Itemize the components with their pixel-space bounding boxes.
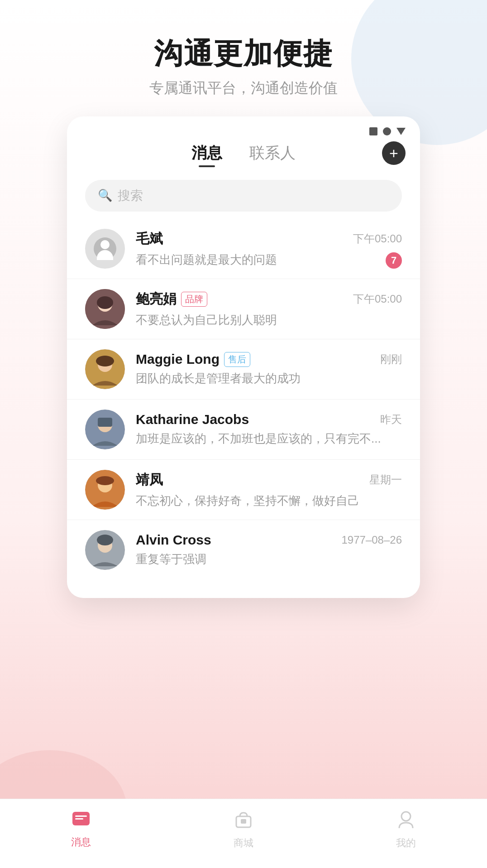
message-preview: 不要总认为自己比别人聪明 [136, 312, 402, 328]
avatar [85, 289, 125, 329]
message-list: 毛斌 下午05:00 看不出问题就是最大的问题 7 [67, 219, 420, 580]
svg-point-14 [97, 535, 113, 545]
svg-point-20 [401, 812, 411, 821]
badge-pinpai: 品牌 [181, 292, 207, 307]
topbar-square-icon [369, 127, 377, 135]
list-item[interactable]: Alvin Cross 1977–08–26 重复等于强调 [67, 520, 420, 580]
svg-rect-19 [241, 819, 246, 824]
sender-name-alvin: Alvin Cross [136, 532, 211, 548]
add-button[interactable]: + [382, 141, 406, 165]
sender-name: Maggie Long 售后 [136, 352, 250, 367]
svg-point-2 [97, 296, 113, 309]
nav-item-shop[interactable]: 商城 [234, 810, 253, 850]
search-bar[interactable]: 🔍 搜索 [85, 180, 402, 212]
list-item[interactable]: 鲍亮娟 品牌 下午05:00 不要总认为自己比别人聪明 [67, 279, 420, 339]
avatar [85, 410, 125, 449]
sender-name: 鲍亮娟 品牌 [136, 290, 207, 309]
list-item[interactable]: Maggie Long 售后 刚刚 团队的成长是管理者最大的成功 [67, 339, 420, 400]
message-preview: 重复等于强调 [136, 551, 402, 567]
nav-label-messages: 消息 [71, 835, 91, 849]
shop-nav-icon [234, 810, 253, 834]
nav-item-messages[interactable]: 消息 [71, 811, 91, 849]
app-card: 消息 联系人 + 🔍 搜索 毛斌 下午05:00 [67, 116, 420, 598]
list-item[interactable]: 靖凤 星期一 不忘初心，保持好奇，坚持不懈，做好自己 [67, 460, 420, 520]
message-time: 星期一 [369, 473, 402, 487]
svg-point-5 [96, 356, 114, 366]
badge-shouhou: 售后 [224, 352, 250, 367]
message-info: 毛斌 下午05:00 看不出问题就是最大的问题 [136, 230, 402, 268]
avatar [85, 470, 125, 510]
message-time: 1977–08–26 [342, 534, 402, 546]
profile-nav-icon [397, 810, 415, 834]
messages-nav-icon [72, 811, 91, 833]
message-time: 下午05:00 [353, 292, 402, 306]
message-time: 下午05:00 [353, 231, 402, 246]
sender-name: 毛斌 [136, 230, 163, 248]
list-item[interactable]: 毛斌 下午05:00 看不出问题就是最大的问题 7 [67, 219, 420, 279]
search-icon: 🔍 [98, 188, 112, 203]
message-info: Katharine Jacobs 昨天 加班是应该的，不加班也是应该的，只有完不… [136, 412, 402, 447]
tabs-row: 消息 联系人 + [67, 139, 420, 167]
add-icon: + [389, 145, 398, 161]
svg-rect-8 [98, 418, 112, 427]
message-info: Alvin Cross 1977–08–26 重复等于强调 [136, 532, 402, 567]
nav-label-profile: 我的 [396, 836, 416, 850]
message-info: 靖凤 星期一 不忘初心，保持好奇，坚持不懈，做好自己 [136, 471, 402, 509]
message-preview: 加班是应该的，不加班也是应该的，只有完不... [136, 431, 402, 447]
message-preview: 团队的成长是管理者最大的成功 [136, 371, 402, 386]
unread-badge: 7 [386, 252, 402, 269]
topbar-triangle-icon [396, 128, 406, 135]
list-item[interactable]: Katharine Jacobs 昨天 加班是应该的，不加班也是应该的，只有完不… [67, 400, 420, 460]
sender-name: Katharine Jacobs [136, 412, 249, 427]
tab-contacts[interactable]: 联系人 [249, 143, 296, 167]
nav-item-profile[interactable]: 我的 [396, 810, 416, 850]
tab-messages[interactable]: 消息 [191, 143, 222, 167]
message-info: Maggie Long 售后 刚刚 团队的成长是管理者最大的成功 [136, 352, 402, 386]
nav-label-shop: 商城 [234, 836, 253, 850]
avatar [85, 349, 125, 389]
sender-name: 靖凤 [136, 471, 163, 489]
hero-subtitle: 专属通讯平台，沟通创造价值 [149, 78, 338, 98]
message-time: 刚刚 [380, 352, 402, 366]
message-preview: 不忘初心，保持好奇，坚持不懈，做好自己 [136, 493, 402, 509]
search-placeholder-text: 搜索 [118, 187, 143, 204]
card-topbar [67, 116, 420, 139]
bottom-nav: 消息 商城 我的 [0, 799, 487, 868]
message-preview: 看不出问题就是最大的问题 [136, 252, 402, 268]
svg-point-11 [96, 476, 114, 485]
hero-title: 沟通更加便捷 [149, 36, 338, 71]
hero-section: 沟通更加便捷 专属通讯平台，沟通创造价值 [149, 0, 338, 98]
svg-rect-16 [75, 815, 87, 817]
topbar-circle-icon [383, 127, 391, 135]
message-time: 昨天 [380, 412, 402, 427]
avatar [85, 229, 125, 269]
avatar [85, 530, 125, 570]
svg-rect-17 [75, 818, 83, 820]
message-info: 鲍亮娟 品牌 下午05:00 不要总认为自己比别人聪明 [136, 290, 402, 328]
